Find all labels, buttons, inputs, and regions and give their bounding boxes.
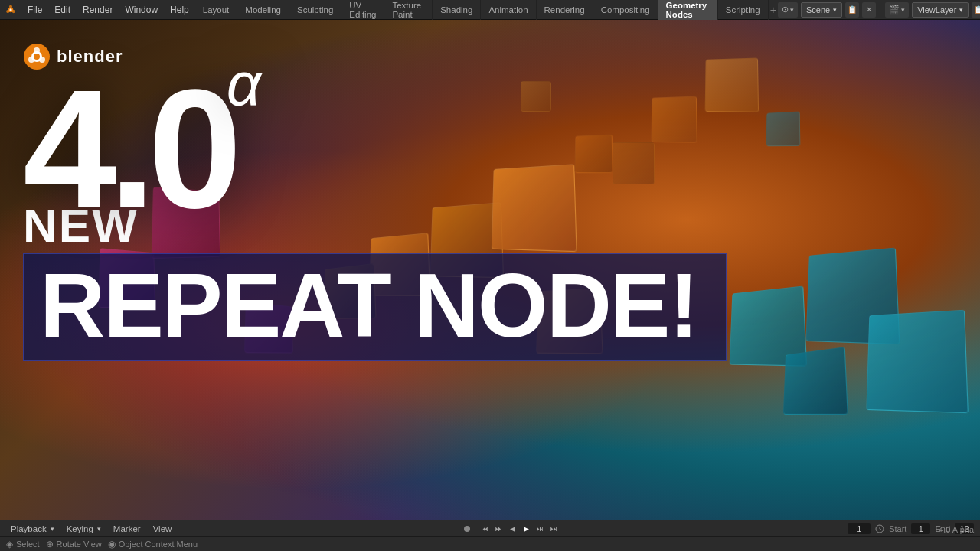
splash-text-overlay: blender 4.0α NEW REPEAT NODE! <box>0 20 980 520</box>
select-label: Select <box>16 540 40 549</box>
repeat-node-text: REPEAT NODE! <box>40 260 710 350</box>
right-mouse-icon: ◉ <box>108 539 116 549</box>
jump-forward-button[interactable]: ⏭ <box>534 523 547 535</box>
tab-scripting[interactable]: Scripting <box>718 0 769 20</box>
jump-start-button[interactable]: ⏮ <box>479 523 492 535</box>
tab-rendering[interactable]: Rendering <box>537 0 593 20</box>
menu-render[interactable]: Render <box>77 0 119 20</box>
keying-menu[interactable]: Keying <box>62 520 106 536</box>
transport-controls: ⏮ ⏭ ◀ ▶ ⏭ ⏭ <box>479 523 560 535</box>
view-layer-new-button[interactable]: 📋 <box>972 2 980 18</box>
svg-point-3 <box>6 10 9 13</box>
start-label: Start <box>889 524 906 533</box>
svg-point-2 <box>12 10 15 13</box>
tab-geometry-nodes[interactable]: Geometry Nodes <box>658 0 718 20</box>
tab-modeling[interactable]: Modeling <box>237 0 289 20</box>
version-number: 4.0α <box>23 78 269 221</box>
menu-file[interactable]: File <box>21 0 48 20</box>
jump-end-button[interactable]: ⏭ <box>548 523 560 535</box>
svg-line-13 <box>880 529 881 530</box>
view-layer-label: ViewLayer <box>917 5 956 15</box>
viewport-options-label: ⊙ <box>782 5 789 15</box>
repeat-node-banner: REPEAT NODE! <box>23 253 727 361</box>
status-select: ◈ Select <box>6 539 40 549</box>
status-bar: ◈ Select ⊕ Rotate View ◉ Object Context … <box>0 537 980 551</box>
version-text: 4.0 <box>23 55 234 243</box>
add-workspace-button[interactable]: + <box>769 0 778 20</box>
play-button[interactable]: ▶ <box>521 523 533 535</box>
tab-uv-editing[interactable]: UV Editing <box>341 0 384 20</box>
rotate-view-label: Rotate View <box>57 540 102 549</box>
scene-close-icon: ✕ <box>866 5 872 14</box>
menu-window[interactable]: Window <box>119 0 164 20</box>
scene-new-icon: 📋 <box>848 5 857 14</box>
svg-point-4 <box>9 8 11 11</box>
marker-menu[interactable]: Marker <box>109 520 145 536</box>
tab-animation[interactable]: Animation <box>481 0 536 20</box>
tab-texture-paint[interactable]: Texture Paint <box>384 0 433 20</box>
scene-new-button[interactable]: 📋 <box>845 2 859 18</box>
jump-back-button[interactable]: ⏭ <box>493 523 505 535</box>
top-menu-right: ⊙ ▾ Scene ▾ 📋 ✕ 🎬 ▾ ViewLayer ▾ 📋 <box>778 2 980 18</box>
tab-layout[interactable]: Layout <box>195 0 238 20</box>
view-menu[interactable]: View <box>149 520 177 536</box>
play-reverse-button[interactable]: ◀ <box>507 523 519 535</box>
tab-compositing[interactable]: Compositing <box>593 0 658 20</box>
start-frame-value[interactable]: 1 <box>911 523 930 534</box>
render-chevron: ▾ <box>901 6 905 14</box>
version-badge: 4.0 Alpha <box>939 520 974 538</box>
render-engine-selector[interactable]: 🎬 ▾ <box>885 2 909 18</box>
viewport-options[interactable]: ⊙ ▾ <box>778 2 798 18</box>
view-layer-selector[interactable]: ViewLayer ▾ <box>912 2 969 18</box>
tab-sculpting[interactable]: Sculpting <box>289 0 341 20</box>
context-menu-label: Object Context Menu <box>119 540 198 549</box>
menu-help[interactable]: Help <box>164 0 195 20</box>
blender-logo[interactable] <box>0 0 21 20</box>
clock-icon <box>875 524 884 533</box>
scene-chevron: ▾ <box>833 6 837 14</box>
alpha-symbol: α <box>227 50 262 118</box>
left-mouse-icon: ◈ <box>6 539 13 549</box>
playback-menu[interactable]: Playback <box>6 520 59 536</box>
scene-selector[interactable]: Scene ▾ <box>801 2 842 18</box>
view-layer-new-icon: 📋 <box>974 5 980 14</box>
scene-label: Scene <box>806 5 830 15</box>
svg-point-7 <box>34 47 40 54</box>
current-frame-display[interactable]: 1 <box>848 523 871 534</box>
render-engine-icon: 🎬 <box>889 5 900 15</box>
status-context-menu: ◉ Object Context Menu <box>108 539 198 549</box>
menu-edit[interactable]: Edit <box>48 0 77 20</box>
fps-display <box>875 524 884 533</box>
workspace-tabs: Layout Modeling Sculpting UV Editing Tex… <box>195 0 778 20</box>
tab-shading[interactable]: Shading <box>433 0 481 20</box>
frame-dot-indicator <box>464 526 470 532</box>
status-rotate: ⊕ Rotate View <box>46 539 102 549</box>
bottom-bar: Playback Keying Marker View ⏮ ⏭ ◀ ▶ ⏭ ⏭ … <box>0 520 980 551</box>
view-layer-chevron: ▾ <box>959 6 963 14</box>
svg-point-1 <box>9 5 12 8</box>
top-menu-bar: File Edit Render Window Help Layout Mode… <box>0 0 980 20</box>
scene-close-button[interactable]: ✕ <box>862 2 876 18</box>
viewport-chevron: ▾ <box>790 6 794 14</box>
main-content: blender 4.0α NEW REPEAT NODE! <box>0 20 980 520</box>
middle-mouse-icon: ⊕ <box>46 539 54 549</box>
timeline-controls-row: Playback Keying Marker View ⏮ ⏭ ◀ ▶ ⏭ ⏭ … <box>0 520 980 537</box>
